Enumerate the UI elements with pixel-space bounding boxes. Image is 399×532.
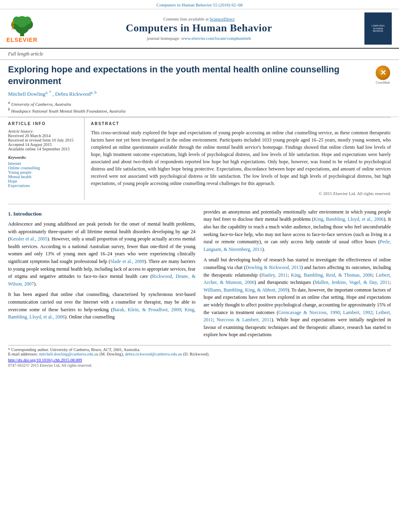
article-title: Exploring hope and expectations in the y… — [8, 64, 369, 87]
right-column: provides an anonymous and potentially em… — [204, 208, 391, 342]
elsevier-wordmark: ELSEVIER — [6, 37, 37, 43]
ref-perle2011[interactable]: Perle, Langsam, & Nierenberg, 2011 — [204, 239, 391, 252]
accepted-date: Accepted 14 August 2015 — [8, 142, 79, 147]
email-addresses: E-mail addresses: mitchell.dowling@canbe… — [8, 352, 391, 356]
email1-label: (M. Dowling), — [99, 352, 124, 356]
ref-barak2009[interactable]: Barak, Klein, & Proudfoot, 2009 — [113, 307, 181, 312]
article-type: Full length article — [8, 51, 43, 57]
abstract-col: ABSTRACT This cross-sectional study expl… — [84, 117, 391, 200]
elsevier-tree-icon — [8, 14, 36, 37]
article-type-bar: Full length article — [0, 49, 399, 60]
keyword-young-people: Young people — [8, 170, 79, 175]
ref-rickwood2007[interactable]: Rickwood, Deane, & Wilson, 2007 — [8, 273, 195, 287]
doi-link[interactable]: http://dx.doi.org/10.1016/j.chb.2015.08.… — [8, 358, 82, 362]
keywords-label: Keywords: — [8, 155, 79, 160]
crossmark-icon: ✕ — [380, 68, 386, 77]
svg-point-6 — [23, 16, 31, 25]
svg-point-5 — [13, 16, 21, 25]
intro-para-1: Adolescence and young adulthood are peak… — [8, 220, 195, 288]
elsevier-logo: ELSEVIER — [6, 14, 37, 43]
available-date: Available online 14 September 2015 — [8, 147, 79, 151]
ref-norcross2011[interactable]: Norcross & Lambert, 2011 — [216, 317, 271, 322]
article-authors: Mitchell Dowlinga, * , Debra Rickwooda, … — [8, 90, 369, 97]
journal-cover-text: COMPUTERSIN HUMANBEHAVIOR — [372, 25, 385, 33]
author2-affil: a, b — [90, 90, 96, 94]
ref-hanley2011[interactable]: Hanley, 2011 — [261, 272, 288, 278]
ref-dowling2013[interactable]: Dowling & Rickwood, 2013 — [246, 265, 301, 270]
copyright-notice: © 2015 Elsevier Ltd. All rights reserved… — [91, 191, 391, 196]
issn-line: 0747-5632/© 2015 Elsevier Ltd. All right… — [8, 363, 391, 368]
ref-kessler[interactable]: Kessler et al., 2005 — [10, 236, 47, 242]
article-info-col: ARTICLE INFO Article history: Received 2… — [8, 117, 84, 200]
section1-heading: 1. Introduction — [8, 210, 195, 218]
crossmark-label: CrossMark — [376, 81, 390, 84]
email-label: E-mail addresses: — [8, 352, 38, 356]
article-title-text: Exploring hope and expectations in the y… — [8, 64, 369, 113]
intro-para-2: It has been argued that online chat coun… — [8, 291, 195, 320]
ref-king2006c[interactable]: King, Bambling, Reid, & Thomas, 2006 — [291, 272, 372, 278]
article-title-section: Exploring hope and expectations in the y… — [0, 60, 399, 117]
ref-williams2009[interactable]: Williams, Bambling, King, & Abbott, 2009 — [204, 287, 288, 293]
ref-slade[interactable]: Slade et al., 2009 — [110, 259, 144, 264]
ref-grencavage1990[interactable]: Grencavage & Norcross, 1990 — [278, 310, 340, 315]
svg-point-7 — [12, 21, 14, 24]
article-info-heading: ARTICLE INFO — [8, 121, 79, 126]
email1-link[interactable]: mitchell.dowling@canberra.edu.au — [39, 352, 99, 356]
article-history: Article history: Received 20 March 2014 … — [8, 129, 79, 151]
science-direct-link[interactable]: ScienceDirect — [210, 16, 235, 21]
journal-citation: Computers in Human Behavior 55 (2016) 62… — [156, 2, 243, 7]
ref-king2006b[interactable]: King, Bambling, Lloyd, et al., 2006 — [314, 216, 384, 222]
received-date: Received 20 March 2014 — [8, 134, 79, 138]
crossmark-badge: ✕ CrossMark — [375, 66, 391, 84]
right-para-2: A small but developing body of research … — [204, 256, 391, 339]
author2-name: , Debra Rickwood — [53, 91, 91, 97]
keyword-expectations: Expectations — [8, 183, 79, 188]
journal-homepage: journal homepage: www.elsevier.com/locat… — [37, 36, 360, 41]
journal-citation-bar: Computers in Human Behavior 55 (2016) 62… — [0, 0, 399, 9]
ref-lambert1992[interactable]: Lambert, 1992 — [343, 310, 372, 315]
svg-line-11 — [12, 27, 13, 30]
journal-header: ELSEVIER Contents lists available at Sci… — [0, 9, 399, 49]
revised-date: Received in revised form 10 July 2015 — [8, 138, 79, 142]
crossmark-circle: ✕ — [376, 66, 390, 80]
affil-b: b Headspace National Youth Mental Health… — [8, 107, 369, 113]
ref-mallen2011[interactable]: Mallen, Jenkins, Vogel, & Day, 2011 — [315, 279, 389, 285]
keyword-hope: Hope — [8, 179, 79, 183]
doi-line: http://dx.doi.org/10.1016/j.chb.2015.08.… — [8, 358, 391, 362]
author1-name: Mitchell Dowling — [8, 91, 45, 97]
abstract-heading: ABSTRACT — [91, 121, 391, 126]
science-direct-label: Contents lists available at ScienceDirec… — [37, 16, 360, 21]
keywords-section: Keywords: Internet Online counselling Yo… — [8, 155, 79, 188]
section-divider — [8, 204, 391, 204]
journal-cover-thumbnail: COMPUTERSIN HUMANBEHAVIOR — [364, 12, 392, 45]
main-content: 1. Introduction Adolescence and young ad… — [0, 208, 399, 342]
email2-label: (D. Rickwood). — [183, 352, 210, 356]
history-label: Article history: — [8, 129, 79, 134]
email2-link[interactable]: debra.rickwood@canberra.edu.au — [125, 352, 182, 356]
journal-title: Computers in Human Behavior — [37, 22, 360, 34]
keywords-list: Internet Online counselling Young people… — [8, 161, 79, 188]
journal-center: Contents lists available at ScienceDirec… — [37, 16, 360, 41]
journal-cover-image: COMPUTERSIN HUMANBEHAVIOR — [364, 12, 393, 45]
affil-a: a University of Canberra, Australia — [8, 100, 369, 107]
abstract-text: This cross-sectional study explored the … — [91, 129, 391, 187]
affiliations: a University of Canberra, Australia b He… — [8, 100, 369, 113]
keyword-internet: Internet — [8, 161, 79, 166]
keyword-mental-health: Mental health — [8, 175, 79, 179]
corresponding-author: * Corresponding author. University of Ca… — [8, 347, 391, 352]
author1-affil: a, * — [45, 90, 51, 94]
left-column: 1. Introduction Adolescence and young ad… — [8, 208, 195, 342]
right-para-1: provides an anonymous and potentially em… — [204, 208, 391, 253]
journal-homepage-link[interactable]: www.elsevier.com/locate/comphumbeh — [181, 36, 251, 41]
article-info-abstract-section: ARTICLE INFO Article history: Received 2… — [8, 117, 391, 200]
keyword-online-counselling: Online counselling — [8, 166, 79, 170]
footnote-area: * Corresponding author. University of Ca… — [8, 345, 391, 356]
